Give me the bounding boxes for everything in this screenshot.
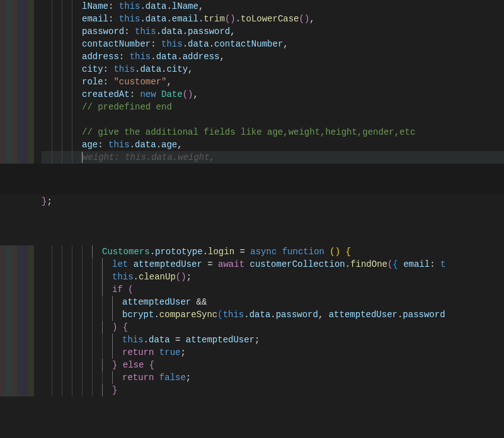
token: return: [122, 347, 154, 357]
code-line[interactable]: password: this.data.password,: [42, 25, 504, 38]
token: [154, 373, 159, 383]
token: city: [82, 64, 103, 74]
token: Date: [161, 89, 183, 99]
token: .: [236, 14, 241, 24]
token: this: [119, 14, 140, 24]
token: .: [156, 26, 161, 36]
token: password: [188, 26, 230, 36]
code-line[interactable]: }: [42, 384, 504, 396]
token: attemptedUser: [134, 259, 202, 269]
token: data: [188, 39, 209, 49]
code-line[interactable]: address: this.data.address,: [42, 50, 504, 63]
token: this: [223, 310, 244, 320]
token: ,: [177, 140, 182, 150]
code-line[interactable]: } else {: [42, 359, 504, 371]
token: {: [346, 247, 351, 257]
token: cleanUp: [139, 272, 176, 282]
code-line[interactable]: email: this.data.email.trim().toLowerCas…: [42, 13, 504, 25]
token: [277, 247, 282, 257]
token: (): [225, 14, 236, 24]
token: :: [430, 259, 440, 269]
token: (): [176, 272, 186, 282]
token: return: [122, 373, 154, 383]
token: "customer": [113, 77, 166, 87]
token: address: [183, 52, 220, 62]
token: contactNumber: [82, 39, 151, 49]
token: async: [250, 247, 277, 257]
token: }: [112, 385, 117, 395]
code-line[interactable]: // predefined end: [42, 101, 504, 113]
token: :: [124, 26, 135, 36]
token: (: [217, 310, 222, 320]
token: attemptedUser: [186, 335, 255, 345]
token: login: [208, 247, 234, 257]
code-line[interactable]: age: this.data.age,: [42, 138, 504, 151]
token: email: [403, 259, 430, 269]
token: findOne: [350, 259, 387, 269]
code-area[interactable]: lName: this.data.lName,email: this.data.…: [38, 0, 504, 438]
token: data: [161, 26, 183, 36]
code-line[interactable]: let attemptedUser = await customerCollec…: [42, 258, 504, 271]
token: prototype: [155, 247, 203, 257]
token: createdAt: [82, 89, 130, 99]
token: ,: [283, 39, 288, 49]
token: email: [172, 14, 198, 24]
token: .: [177, 52, 182, 62]
token: .: [203, 247, 208, 257]
code-line[interactable]: attemptedUser &&: [42, 296, 504, 308]
token: data: [140, 64, 161, 74]
token: .: [166, 14, 171, 24]
code-line[interactable]: };: [42, 195, 504, 208]
token: data: [146, 1, 167, 11]
token: data: [149, 335, 170, 345]
code-line[interactable]: [42, 113, 504, 126]
token: ,: [188, 64, 193, 74]
token: t: [440, 259, 445, 269]
code-line[interactable]: ) {: [42, 321, 504, 334]
token: :: [130, 89, 140, 99]
token: compareSync: [159, 310, 217, 320]
token: :: [108, 14, 119, 24]
token: .: [156, 140, 161, 150]
token: address: [82, 52, 119, 62]
token: .: [209, 39, 214, 49]
token: data: [156, 52, 178, 62]
code-line[interactable]: this.cleanUp();: [42, 271, 504, 283]
token: toLowerCase: [241, 14, 299, 24]
token: .: [244, 310, 249, 320]
token: Customers: [102, 247, 150, 257]
code-line[interactable]: createdAt: new Date(),: [42, 88, 504, 101]
code-line[interactable]: contactNumber: this.data.contactNumber,: [42, 38, 504, 50]
token: city: [166, 64, 188, 74]
token: ,: [219, 52, 224, 62]
code-line[interactable]: bcrypt.compareSync(this.data.password, a…: [42, 308, 504, 321]
code-line[interactable]: // give the additional fields like age,w…: [42, 126, 504, 138]
code-line[interactable]: lName: this.data.lName,: [42, 0, 504, 13]
code-line[interactable]: Customers.prototype.login = async functi…: [42, 245, 504, 258]
token: bcrypt: [122, 310, 154, 320]
token: function: [282, 247, 324, 257]
token: email: [82, 14, 108, 24]
code-line[interactable]: if (: [42, 283, 504, 296]
token: .: [270, 310, 275, 320]
code-line[interactable]: return true;: [42, 346, 504, 359]
code-line[interactable]: weight: this.data.weight,: [42, 151, 504, 164]
token: age: [161, 140, 177, 150]
token: data: [249, 310, 271, 320]
token: (): [329, 247, 340, 257]
token: // predefined end: [82, 102, 172, 112]
token: else: [123, 360, 144, 370]
token: :: [108, 1, 119, 11]
code-line[interactable]: return false;: [42, 371, 504, 384]
code-editor[interactable]: lName: this.data.lName,email: this.data.…: [0, 0, 504, 438]
code-line[interactable]: role: "customer",: [42, 76, 504, 88]
token: ,: [193, 89, 198, 99]
token: .: [140, 14, 145, 24]
token: =: [202, 259, 218, 269]
code-line[interactable]: this.data = attemptedUser;: [42, 334, 504, 346]
token: let: [112, 259, 128, 269]
gutter: [0, 0, 38, 438]
token: ,: [230, 26, 235, 36]
token: this: [113, 64, 135, 74]
code-line[interactable]: city: this.data.city,: [42, 63, 504, 76]
